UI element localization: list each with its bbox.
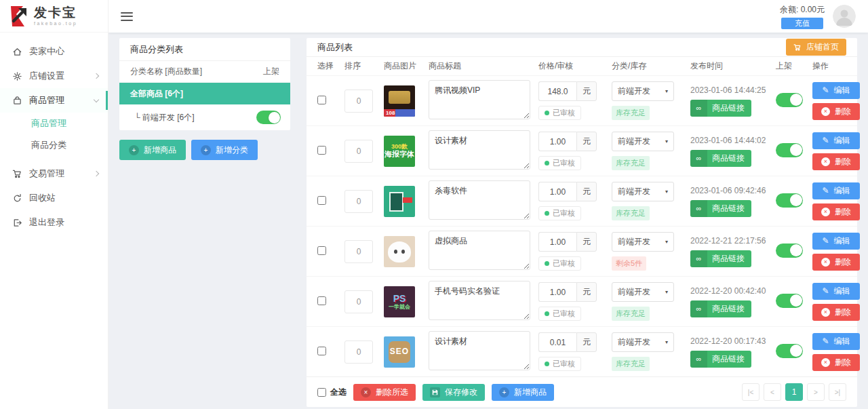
product-title-input[interactable]: 设计素材 [429,130,530,170]
onsale-toggle[interactable] [776,143,803,157]
edit-button[interactable]: ✎ 编辑 [812,182,860,199]
category-select-value: 前端开发 [618,136,650,147]
save-changes-button[interactable]: 保存修改 [422,384,485,401]
sidebar-subitem-product-category[interactable]: 商品分类 [0,134,108,156]
sidebar-item-seller-center[interactable]: 卖家中心 [0,39,108,64]
onsale-toggle[interactable] [776,93,803,107]
sidebar-menu: 卖家中心 店铺设置 商品管理 商品管理 商品分类 交易管理 [0,33,108,235]
product-title-input[interactable]: 虚拟商品 [429,231,530,270]
delete-button[interactable]: × 删除 [812,254,860,271]
sidebar-item-shop-settings[interactable]: 店铺设置 [0,64,108,88]
button-label: 新增商品 [144,144,176,156]
edit-button[interactable]: ✎ 编辑 [812,82,860,99]
row-checkbox[interactable] [317,146,326,155]
price-input[interactable] [538,132,576,151]
row-checkbox[interactable] [317,296,326,305]
price-input[interactable] [538,81,576,101]
product-link-button[interactable]: ∞ 商品链接 [690,250,751,267]
brand-logo-icon [7,5,30,28]
pagination-first-button[interactable]: |< [742,383,760,401]
category-row-frontend-dev[interactable]: └ 前端开发 [6个] [119,104,290,130]
category-select[interactable]: 前端开发 ▾ [612,282,674,302]
hamburger-menu-icon[interactable] [121,9,133,23]
add-product-button[interactable]: + 新增商品 [119,140,186,160]
category-onsale-toggle[interactable] [256,111,281,124]
pencil-icon: ✎ [822,286,829,296]
product-link-button[interactable]: ∞ 商品链接 [690,300,751,317]
price-input[interactable] [538,282,576,302]
product-title-input[interactable]: 腾讯视频VIP [429,80,530,119]
sort-input[interactable] [344,140,373,163]
sidebar-subitem-product-management[interactable]: 商品管理 [0,113,108,134]
onsale-toggle[interactable] [776,244,803,258]
price-input[interactable] [538,182,576,201]
chevron-right-icon [94,171,99,176]
table-row: 杀毒软件 元 已审核 前端开发 ▾ 库存充足 2023-01-06 09:42:… [307,176,857,226]
delete-button[interactable]: × 删除 [812,153,860,170]
product-link-button[interactable]: ∞ 商品链接 [690,150,751,167]
thumb-text: 108 [386,110,395,116]
sort-input[interactable] [344,90,373,113]
row-checkbox[interactable] [317,246,326,255]
category-row-all-products[interactable]: 全部商品 [6个] [119,83,290,104]
category-select[interactable]: 前端开发 ▾ [612,182,674,201]
recharge-button[interactable]: 充值 [781,18,823,29]
edit-button[interactable]: ✎ 编辑 [812,132,860,149]
category-select[interactable]: 前端开发 ▾ [612,132,674,151]
row-checkbox[interactable] [317,96,326,104]
category-select[interactable]: 前端开发 ▾ [612,232,674,252]
price-input[interactable] [538,232,576,252]
row-checkbox[interactable] [317,347,326,355]
delete-button[interactable]: × 删除 [812,304,860,321]
pagination-last-button[interactable]: >| [829,383,846,401]
pagination-page-1-button[interactable]: 1 [785,383,803,401]
audit-label: 已审核 [553,108,575,118]
category-select[interactable]: 前端开发 ▾ [612,81,674,101]
shop-home-button[interactable]: 店铺首页 [786,39,846,56]
sort-input[interactable] [344,190,373,213]
sidebar-item-trade-management[interactable]: 交易管理 [0,161,108,186]
title-cell: 设计素材 [429,331,538,372]
sidebar-item-label: 交易管理 [29,168,64,180]
sort-input[interactable] [344,340,373,364]
edit-button[interactable]: ✎ 编辑 [812,233,860,250]
sidebar-item-logout[interactable]: 退出登录 [0,210,108,235]
add-category-button[interactable]: + 新增分类 [191,140,258,160]
product-link-button[interactable]: ∞ 商品链接 [690,200,751,217]
category-select-value: 前端开发 [618,236,650,248]
price-input[interactable] [538,332,576,352]
edit-button[interactable]: ✎ 编辑 [812,283,860,300]
button-label: 商品链接 [712,253,745,265]
product-panel-title: 商品列表 [317,41,353,54]
onsale-toggle[interactable] [776,344,803,358]
edit-button[interactable]: ✎ 编辑 [812,333,860,350]
delete-selected-button[interactable]: × 删除所选 [353,384,416,401]
row-checkbox[interactable] [317,196,326,205]
select-all[interactable]: 全选 [317,387,347,398]
sidebar-item-product-management[interactable]: 商品管理 [0,88,108,113]
category-select[interactable]: 前端开发 ▾ [612,332,674,352]
sort-input[interactable] [344,240,373,263]
add-product-button-footer[interactable]: + 新增商品 [492,384,554,401]
product-title-input[interactable]: 设计素材 [429,331,530,370]
onsale-toggle[interactable] [776,193,803,208]
avatar[interactable] [833,5,856,28]
onsale-toggle[interactable] [776,294,803,308]
sort-input[interactable] [344,290,373,313]
product-title-input[interactable]: 杀毒软件 [429,180,530,220]
pencil-icon: ✎ [822,85,829,95]
brand-name: 发卡宝 [34,6,77,19]
product-title-input[interactable]: 手机号码实名验证 [429,281,530,320]
delete-button[interactable]: × 删除 [812,103,860,120]
product-link-button[interactable]: ∞ 商品链接 [690,351,751,368]
column-header-title: 商品标题 [429,60,538,72]
button-label: 商品链接 [712,102,745,114]
delete-button[interactable]: × 删除 [812,354,860,371]
pagination-next-button[interactable]: > [807,383,825,401]
select-all-checkbox[interactable] [317,388,326,397]
pagination-prev-button[interactable]: < [764,383,781,401]
delete-button[interactable]: × 删除 [812,203,860,220]
product-link-button[interactable]: ∞ 商品链接 [690,100,751,117]
sidebar-item-label: 回收站 [29,192,56,204]
sidebar-item-recycle-bin[interactable]: 回收站 [0,186,108,210]
